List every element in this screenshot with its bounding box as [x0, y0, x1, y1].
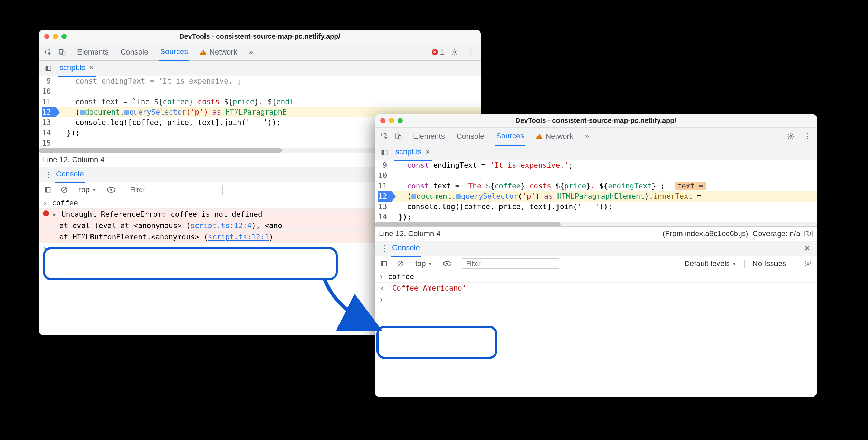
svg-point-15 — [790, 135, 792, 137]
context-selector[interactable]: top▼ — [415, 259, 432, 268]
coverage-reload-icon[interactable]: ↻ — [804, 230, 813, 237]
kebab-icon[interactable]: ⋮ — [378, 242, 391, 255]
close-file-icon[interactable]: ✕ — [89, 64, 94, 71]
svg-point-23 — [446, 263, 448, 265]
device-toggle-icon[interactable] — [392, 130, 404, 143]
titlebar: DevTools - consistent-source-map-pc.netl… — [375, 114, 817, 128]
console-result: 'Coffee Americano' — [388, 284, 467, 292]
file-tabs: script.ts✕ — [39, 61, 481, 76]
line-number: 9 — [42, 76, 51, 86]
console-expression: coffee — [388, 273, 414, 281]
code-editor[interactable]: 9 10 11 12 13 14 const endingText = 'It … — [375, 160, 817, 222]
sidebar-toggle-icon[interactable] — [378, 257, 390, 270]
code-line — [392, 170, 817, 181]
kebab-icon[interactable]: ⋮ — [465, 46, 477, 58]
tab-elements[interactable]: Elements — [76, 43, 109, 61]
svg-rect-5 — [46, 66, 48, 70]
execution-line-marker: 12 — [378, 191, 392, 202]
input-chevron-icon: › — [379, 273, 384, 281]
maximize-window-button[interactable] — [61, 34, 67, 39]
error-icon: ✕ — [432, 49, 438, 55]
live-expression-icon[interactable] — [105, 184, 117, 196]
log-levels-selector[interactable]: Default levels▼ — [684, 259, 737, 268]
sidebar-toggle-icon[interactable] — [41, 184, 54, 196]
svg-rect-7 — [45, 187, 47, 192]
console-expression: coffee — [52, 199, 78, 207]
code-line: const text = `The ${coffee} costs ${pric… — [56, 97, 481, 107]
close-file-icon[interactable]: ✕ — [425, 148, 430, 156]
cursor-position: Line 12, Column 4 — [43, 155, 105, 164]
code-line — [56, 86, 481, 97]
tab-sources[interactable]: Sources — [495, 127, 525, 146]
more-tabs-icon[interactable]: » — [248, 43, 254, 61]
coverage-label: Coverage: n/a — [753, 229, 800, 238]
window-title: DevTools - consistent-source-map-pc.netl… — [39, 32, 481, 40]
gutter: 9 10 11 12 13 14 15 — [39, 76, 56, 148]
file-tab-script[interactable]: script.ts✕ — [394, 144, 432, 161]
window-title: DevTools - consistent-source-map-pc.netl… — [375, 117, 817, 125]
stack-link[interactable]: script.ts:12:1 — [208, 233, 269, 241]
filter-input[interactable] — [462, 258, 559, 269]
issues-button[interactable]: No Issues — [752, 259, 786, 268]
filter-input[interactable] — [126, 185, 223, 195]
drawer-tab-console[interactable]: Console — [391, 240, 421, 257]
kebab-icon[interactable]: ⋮ — [801, 130, 813, 143]
navigator-toggle-icon[interactable] — [42, 62, 55, 75]
clear-console-icon[interactable] — [394, 257, 407, 270]
expand-chevron-icon[interactable]: ▸ — [53, 210, 58, 218]
inspect-icon[interactable] — [378, 130, 391, 143]
settings-icon[interactable] — [448, 46, 461, 58]
line-number: 14 — [42, 128, 51, 138]
svg-rect-2 — [63, 51, 65, 55]
context-selector[interactable]: top▼ — [79, 185, 96, 194]
inspect-icon[interactable] — [42, 46, 55, 58]
file-tabs: script.ts✕ — [375, 145, 817, 160]
code-line: }); — [392, 212, 817, 222]
settings-icon[interactable] — [784, 130, 797, 143]
horizontal-scrollbar[interactable] — [375, 222, 817, 226]
warning-icon — [200, 49, 207, 55]
svg-rect-19 — [381, 261, 383, 266]
stack-link[interactable]: script.ts:12:4 — [190, 222, 251, 230]
console-result-row: ›'Coffee Americano' — [375, 283, 817, 294]
tab-network[interactable]: Network — [199, 43, 238, 61]
clear-console-icon[interactable] — [58, 184, 70, 196]
property-icon — [411, 194, 416, 199]
kebab-icon[interactable]: ⋮ — [42, 168, 55, 181]
svg-line-21 — [399, 262, 402, 265]
property-icon — [456, 194, 461, 199]
inline-value-hint: text = — [675, 182, 706, 190]
file-tab-script[interactable]: script.ts✕ — [58, 60, 96, 77]
drawer-tab-console[interactable]: Console — [55, 166, 85, 183]
tab-network[interactable]: Network — [535, 128, 574, 145]
svg-rect-14 — [399, 135, 401, 139]
error-counter[interactable]: ✕1 — [432, 48, 444, 57]
maximize-window-button[interactable] — [398, 118, 403, 123]
line-number: 10 — [42, 86, 51, 97]
more-tabs-icon[interactable]: » — [584, 128, 590, 145]
device-toggle-icon[interactable] — [56, 46, 68, 58]
console-input-row: ›coffee — [375, 271, 817, 283]
close-window-button[interactable] — [380, 118, 385, 123]
navigator-toggle-icon[interactable] — [378, 146, 391, 159]
svg-line-9 — [63, 188, 66, 192]
minimize-window-button[interactable] — [53, 34, 58, 39]
svg-point-3 — [454, 51, 456, 53]
close-drawer-icon[interactable]: ✕ — [801, 242, 813, 255]
status-bar: Line 12, Column 4 (From index.a8c1ec6b.j… — [375, 226, 817, 241]
console-prompt[interactable]: › — [375, 294, 817, 305]
tab-console[interactable]: Console — [456, 128, 485, 145]
code-line: const endingText = 'It is expensive.'; — [392, 160, 817, 170]
source-map-link[interactable]: index.a8c1ec6b.js — [685, 229, 746, 238]
close-window-button[interactable] — [44, 34, 49, 39]
tab-console[interactable]: Console — [120, 43, 149, 61]
source-map-origin: (From index.a8c1ec6b.js) Coverage: n/a ↻ — [662, 229, 813, 238]
tab-elements[interactable]: Elements — [412, 128, 446, 145]
error-icon: ✕ — [43, 210, 49, 216]
live-expression-icon[interactable] — [441, 257, 454, 270]
console-settings-icon[interactable] — [802, 257, 814, 270]
titlebar: DevTools - consistent-source-map-pc.netl… — [39, 30, 481, 43]
minimize-window-button[interactable] — [389, 118, 394, 123]
tab-sources[interactable]: Sources — [159, 43, 189, 61]
line-number: 10 — [378, 170, 387, 181]
